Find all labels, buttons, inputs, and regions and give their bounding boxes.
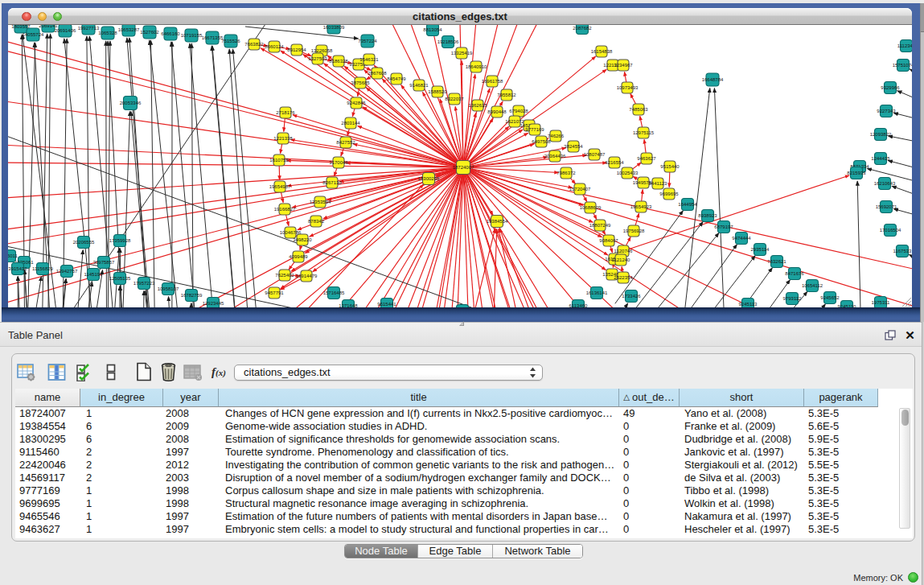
graph-edge[interactable] xyxy=(172,42,173,307)
column-header-pagerank[interactable]: pagerank xyxy=(804,389,878,407)
graph-edge[interactable] xyxy=(664,245,737,307)
graph-edge[interactable] xyxy=(68,250,84,308)
graph-edge[interactable] xyxy=(893,113,912,124)
table-source-select[interactable]: citations_edges.txt xyxy=(234,365,543,381)
window-titlebar[interactable]: citations_edges.txt xyxy=(8,8,912,25)
table-cell: 1 xyxy=(80,510,163,523)
graph-edge[interactable] xyxy=(468,172,912,308)
column-header-name[interactable]: name xyxy=(15,389,80,407)
network-canvas[interactable]: 1803557140557242069141206914061992771310… xyxy=(8,25,912,307)
graph-edge[interactable] xyxy=(8,168,457,226)
graph-edge[interactable] xyxy=(279,166,280,180)
graph-edge[interactable] xyxy=(888,161,912,174)
graph-edge[interactable] xyxy=(610,246,613,253)
tab-edge-table[interactable]: Edge Table xyxy=(418,545,493,558)
graph-node-label: 1371648 xyxy=(339,303,358,307)
table-cell: 0 xyxy=(619,459,680,472)
table-row[interactable]: 2242004622012Investigating the contribut… xyxy=(15,459,878,472)
graph-edge[interactable] xyxy=(119,286,120,308)
graph-edge[interactable] xyxy=(191,43,198,307)
graph-edge[interactable] xyxy=(635,213,639,225)
graph-edge[interactable] xyxy=(212,46,261,307)
graph-edge[interactable] xyxy=(893,209,912,221)
graph-edge[interactable] xyxy=(897,91,912,108)
graph-edge[interactable] xyxy=(341,148,344,156)
graph-edge[interactable] xyxy=(714,89,728,308)
delete-column-icon[interactable] xyxy=(158,362,178,381)
vertical-scrollbar[interactable] xyxy=(899,408,910,529)
graph-edge[interactable] xyxy=(632,163,642,170)
row-height-icon[interactable] xyxy=(101,362,121,381)
graph-edge[interactable] xyxy=(143,291,144,308)
graph-edge[interactable] xyxy=(151,40,158,307)
graph-edge[interactable] xyxy=(363,67,371,70)
column-header-out-de-[interactable]: △out_de… xyxy=(619,389,680,407)
table-row[interactable]: 1830029562008Estimation of significance … xyxy=(15,433,878,446)
table-row[interactable]: 1872400712008Changes of HCN gene express… xyxy=(15,407,878,420)
tab-node-table[interactable]: Node Table xyxy=(345,545,418,558)
graph-edge[interactable] xyxy=(677,88,710,307)
graph-edge[interactable] xyxy=(467,172,912,307)
graph-edge[interactable] xyxy=(466,25,868,162)
function-builder-icon[interactable]: f(x) xyxy=(209,362,228,381)
graph-edge[interactable] xyxy=(468,229,495,307)
table-row[interactable]: 946554611997Estimation of the future num… xyxy=(15,510,878,523)
graph-edge[interactable] xyxy=(626,237,630,246)
table-row[interactable]: 1938455462009Genome-wide association stu… xyxy=(15,420,878,433)
table-row[interactable]: 946362711997Embryonic stem cells: a mode… xyxy=(15,523,878,536)
graph-edge[interactable] xyxy=(293,115,457,166)
graph-edge[interactable] xyxy=(909,254,912,269)
table-row[interactable]: 977716911998Corpus callosum shape and si… xyxy=(15,484,878,497)
graph-edge[interactable] xyxy=(171,42,280,307)
graph-edge[interactable] xyxy=(211,46,322,307)
graph-edge[interactable] xyxy=(352,109,355,117)
combo-stepper-icon xyxy=(529,367,536,378)
panel-collapse-handle[interactable] xyxy=(458,320,466,327)
graph-edge[interactable] xyxy=(8,159,457,167)
scrollbar-thumb[interactable] xyxy=(901,410,909,426)
column-visibility-icon[interactable] xyxy=(47,362,66,381)
graph-edge[interactable] xyxy=(644,139,646,153)
graph-edge[interactable] xyxy=(910,69,912,85)
graph-node[interactable] xyxy=(457,305,469,308)
graph-edge[interactable] xyxy=(335,168,337,176)
table-row[interactable]: 911546021997Tourette syndrome. Phenomeno… xyxy=(15,446,878,459)
graph-edge[interactable] xyxy=(642,190,643,202)
graph-edge[interactable] xyxy=(466,118,493,162)
graph-edge[interactable] xyxy=(640,116,643,127)
tab-network-table[interactable]: Network Table xyxy=(493,545,582,558)
selection-mode-icon[interactable] xyxy=(75,362,94,381)
graph-edge[interactable] xyxy=(630,94,636,105)
graph-edge[interactable] xyxy=(284,118,285,132)
graph-node-label: 6216554 xyxy=(605,160,624,165)
graph-edge[interactable] xyxy=(160,25,461,162)
graph-edge[interactable] xyxy=(281,144,282,154)
table-settings-icon[interactable] xyxy=(16,362,35,381)
delete-table-icon[interactable] xyxy=(183,362,203,381)
column-header-short[interactable]: short xyxy=(680,389,804,407)
graph-edge[interactable] xyxy=(470,169,912,307)
column-header-year[interactable]: year xyxy=(163,389,219,407)
graph-edge[interactable] xyxy=(273,184,424,307)
graph-edge[interactable] xyxy=(857,181,862,307)
column-header-title[interactable]: title xyxy=(219,389,619,407)
graph-edge[interactable] xyxy=(625,72,626,82)
table-row[interactable]: 1456911722003Disruption of a novel membe… xyxy=(15,472,878,484)
table-row[interactable]: 969969511998Structural magnetic resonanc… xyxy=(15,497,878,510)
graph-edge[interactable] xyxy=(669,172,670,187)
new-column-icon[interactable] xyxy=(134,362,154,381)
close-panel-icon[interactable]: ✕ xyxy=(904,329,916,341)
graph-node-label: 16671355 xyxy=(202,35,224,40)
graph-edge[interactable] xyxy=(300,245,301,250)
float-panel-icon[interactable] xyxy=(884,329,896,341)
graph-edge[interactable] xyxy=(466,173,912,307)
graph-edge[interactable] xyxy=(888,136,912,146)
graph-edge[interactable] xyxy=(892,186,912,202)
graph-edge[interactable] xyxy=(643,233,719,307)
graph-edge[interactable] xyxy=(48,25,265,307)
column-header-in-degree[interactable]: in_degree xyxy=(80,389,163,407)
graph-edge[interactable] xyxy=(150,40,233,307)
graph-edge[interactable] xyxy=(190,43,277,307)
graph-edge[interactable] xyxy=(190,303,191,308)
graph-edge[interactable] xyxy=(286,215,289,226)
